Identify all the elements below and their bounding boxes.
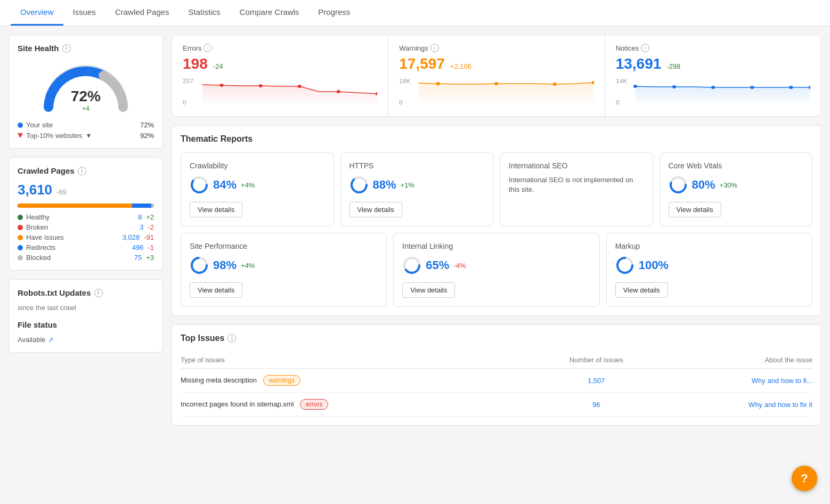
thematic-reports-card: Thematic Reports Crawlability 84% +4% Vi… — [172, 125, 821, 316]
svg-text:14K: 14K — [616, 78, 628, 84]
dot-blue-icon — [18, 123, 23, 128]
nav-statistics[interactable]: Statistics — [179, 0, 230, 26]
svg-point-5 — [298, 85, 302, 88]
nav-bar: Overview Issues Crawled Pages Statistics… — [0, 0, 830, 26]
top-issues-info-icon[interactable]: i — [227, 334, 236, 343]
errors-value: 198 — [183, 55, 208, 72]
table-row: Incorrect pages found in sitemap.xml err… — [181, 393, 812, 417]
nav-issues[interactable]: Issues — [63, 0, 105, 26]
https-view-details-button[interactable]: View details — [349, 202, 402, 217]
robots-info-icon[interactable]: i — [94, 289, 103, 297]
svg-point-18 — [711, 86, 715, 89]
notices-info-icon[interactable]: i — [641, 44, 649, 52]
svg-point-19 — [750, 86, 754, 89]
why-fix-link-2[interactable]: Why and how to fix it — [661, 393, 812, 417]
legend-broken: Broken 3 -2 — [18, 223, 154, 231]
notices-value: 13,691 — [616, 55, 662, 72]
top-issues-card: Top Issues i Type of issues Number of is… — [172, 324, 821, 426]
notices-chart: 14K 0 — [616, 77, 810, 108]
crawled-pages-card: Crawled Pages i 3,610 -89 Healthy — [9, 157, 163, 271]
core-web-vitals-view-details-button[interactable]: View details — [669, 202, 721, 217]
file-status-value: Available — [18, 336, 46, 344]
issues-table: Type of issues Number of issues About th… — [181, 352, 812, 417]
warnings-value: 17,597 — [399, 55, 445, 72]
pb-redirects — [132, 204, 151, 208]
crawled-delta: -89 — [56, 188, 67, 196]
left-column: Site Health i 72% — [9, 35, 163, 426]
chevron-down-icon[interactable]: ▾ — [87, 131, 91, 140]
internal-linking-view-details-button[interactable]: View details — [402, 282, 455, 298]
site-health-info-icon[interactable]: i — [62, 44, 71, 53]
crawled-pages-info-icon[interactable]: i — [78, 167, 86, 175]
svg-point-11 — [494, 82, 498, 85]
file-status-title: File status — [18, 320, 154, 329]
ext-link-icon[interactable]: ↗ — [48, 336, 53, 344]
report-international-seo: International SEO International SEO is n… — [500, 152, 653, 226]
stat-errors: Errors i 198 -24 257 — [172, 35, 388, 116]
gauge-percent: 72% — [71, 88, 101, 105]
report-grid-row1: Crawlability 84% +4% View details HTTPS — [181, 152, 812, 226]
svg-point-20 — [789, 86, 793, 89]
errors-delta: -24 — [213, 62, 223, 70]
report-grid-row2: Site Performance 98% +4% View details In… — [181, 233, 812, 307]
svg-point-16 — [633, 85, 637, 88]
crawled-progress-bar — [18, 204, 154, 208]
crawled-pages-title: Crawled Pages i — [18, 166, 154, 175]
errors-info-icon[interactable]: i — [204, 44, 212, 52]
why-fix-link-1[interactable]: Why and how to fi... — [661, 369, 812, 393]
nav-progress[interactable]: Progress — [308, 0, 360, 26]
report-internal-linking: Internal Linking 65% -4% View details — [393, 233, 599, 307]
intl-seo-text: International SEO is not implemented on … — [509, 175, 644, 194]
stat-warnings: Warnings i 17,597 +2,106 — [388, 35, 605, 116]
nav-crawled-pages[interactable]: Crawled Pages — [105, 0, 179, 26]
svg-point-12 — [553, 83, 557, 86]
nav-compare-crawls[interactable]: Compare Crawls — [230, 0, 309, 26]
table-row: Missing meta description warnings 1,507 … — [181, 369, 812, 393]
svg-point-3 — [219, 84, 223, 87]
warnings-chart: 18K 0 — [399, 77, 593, 108]
report-markup: Markup 100% View details — [606, 233, 812, 307]
errors-chart: 257 0 — [183, 77, 377, 108]
robots-subtitle: since the last crawl — [18, 304, 154, 312]
legend-redirects: Redirects 496 -1 — [18, 243, 154, 251]
legend-row-top-sites: Top-10% websites ▾ 92% — [18, 131, 154, 140]
robots-txt-card: Robots.txt Updates i since the last craw… — [9, 279, 163, 353]
gauge-container: 72% +4 — [18, 59, 154, 112]
site-performance-view-details-button[interactable]: View details — [190, 282, 242, 298]
svg-point-6 — [337, 90, 340, 93]
legend-row-your-site: Your site 72% — [18, 121, 154, 129]
pb-issues — [18, 204, 132, 208]
https-ring-icon — [349, 175, 369, 194]
pb-blocked — [151, 204, 154, 208]
svg-point-10 — [436, 82, 440, 85]
warnings-info-icon[interactable]: i — [430, 44, 439, 52]
nav-overview[interactable]: Overview — [11, 0, 63, 26]
badge-warnings: warnings — [263, 375, 300, 386]
report-core-web-vitals: Core Web Vitals 80% +30% View details — [660, 152, 813, 226]
legend-healthy: Healthy 8 +2 — [18, 213, 154, 221]
gauge-center-text: 72% +4 — [71, 88, 101, 112]
dot-redirects-icon — [18, 245, 23, 250]
triangle-red-icon — [18, 133, 23, 138]
robots-txt-title: Robots.txt Updates i — [18, 288, 154, 297]
markup-view-details-button[interactable]: View details — [615, 282, 668, 298]
report-https: HTTPS 88% +1% View details — [340, 152, 494, 226]
core-web-vitals-ring-icon — [669, 175, 688, 194]
svg-text:18K: 18K — [399, 78, 411, 84]
gauge-delta: +4 — [71, 105, 101, 112]
svg-text:0: 0 — [616, 100, 620, 105]
crawlability-view-details-button[interactable]: View details — [190, 202, 242, 217]
dot-issues-icon — [18, 235, 23, 240]
site-health-card: Site Health i 72% — [9, 35, 163, 149]
badge-errors: errors — [300, 399, 328, 410]
gauge-wrap: 72% +4 — [38, 59, 134, 112]
dot-broken-icon — [18, 225, 23, 230]
site-performance-ring-icon — [190, 256, 209, 275]
svg-point-17 — [672, 85, 676, 88]
crawlability-ring-icon — [190, 175, 209, 194]
svg-point-4 — [258, 84, 262, 87]
legend-have-issues: Have issues 3,028 -91 — [18, 233, 154, 241]
legend-blocked: Blocked 75 +3 — [18, 254, 154, 262]
report-crawlability: Crawlability 84% +4% View details — [181, 152, 334, 226]
dot-healthy-icon — [18, 215, 23, 220]
